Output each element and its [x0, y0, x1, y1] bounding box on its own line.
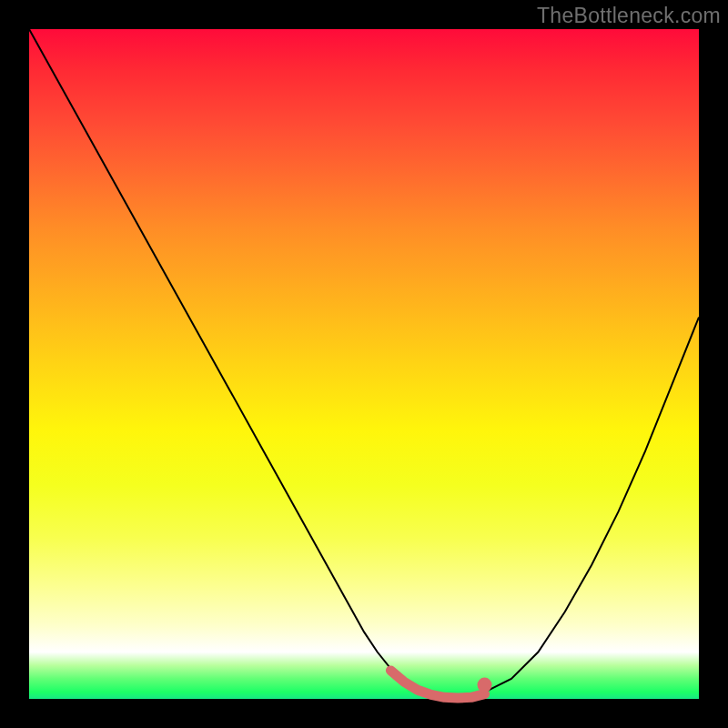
- watermark-text: TheBottleneck.com: [537, 4, 721, 28]
- bottleneck-curve: [29, 29, 699, 696]
- tolerance-band: [390, 671, 484, 698]
- tolerance-end-dot: [478, 678, 492, 693]
- curve-layer: [29, 29, 699, 699]
- chart-frame: TheBottleneck.com: [0, 0, 728, 728]
- plot-area: [29, 29, 699, 699]
